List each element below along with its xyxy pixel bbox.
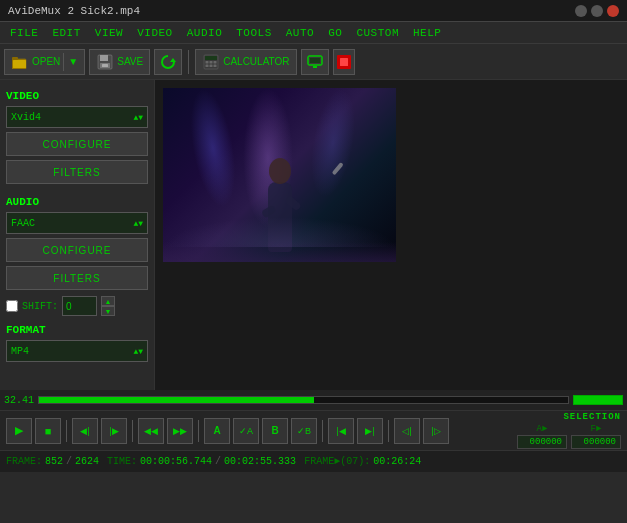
performer-head bbox=[269, 158, 291, 184]
prev-keyframe-button[interactable]: ◀| bbox=[72, 418, 98, 444]
audio-configure-button[interactable]: Configure bbox=[6, 238, 148, 262]
close-button[interactable] bbox=[607, 5, 619, 17]
toolbar-divider-1 bbox=[188, 50, 189, 74]
time-total: 00:02:55.333 bbox=[224, 456, 296, 467]
menu-file[interactable]: File bbox=[4, 25, 44, 41]
reload-icon bbox=[159, 53, 177, 71]
time-label: Time: bbox=[107, 456, 137, 467]
accept-b-icon: ✓B bbox=[297, 426, 311, 436]
mark-b-icon: B bbox=[271, 425, 278, 436]
shift-row: Shift: 0 ▲ ▼ bbox=[6, 296, 148, 316]
minimize-button[interactable] bbox=[575, 5, 587, 17]
shift-input[interactable]: 0 bbox=[62, 296, 97, 316]
audio-codec-value: FAAC bbox=[11, 218, 35, 229]
display-format-button[interactable] bbox=[301, 49, 329, 75]
selection-panel: Selection A► 000000 F► 000000 bbox=[517, 412, 621, 449]
transport-divider-4 bbox=[322, 420, 323, 442]
framep-status: Frame►(07): 00:26:24 bbox=[304, 456, 421, 467]
format-select[interactable]: MP4 ▲▼ bbox=[6, 340, 148, 362]
timeline-right-indicator bbox=[573, 395, 623, 405]
fastforward-button[interactable]: ▶▶ bbox=[167, 418, 193, 444]
next-frame-button[interactable]: |▷ bbox=[423, 418, 449, 444]
svg-rect-10 bbox=[206, 61, 209, 64]
timeline-time: 32.41 bbox=[4, 395, 34, 406]
svg-rect-19 bbox=[313, 66, 317, 68]
title-text: AviDeMux 2 Sick2.mp4 bbox=[8, 5, 140, 17]
transport-divider-3 bbox=[198, 420, 199, 442]
video-preview bbox=[163, 88, 396, 262]
stage-light-3 bbox=[304, 88, 362, 201]
go-end-icon: ▶| bbox=[365, 426, 374, 436]
menu-auto[interactable]: Auto bbox=[280, 25, 320, 41]
go-start-icon: |◀ bbox=[336, 426, 345, 436]
menu-view[interactable]: View bbox=[89, 25, 129, 41]
toolbar: Open ▼ Save bbox=[0, 44, 627, 80]
svg-rect-13 bbox=[206, 64, 209, 67]
video-filters-button[interactable]: Filters bbox=[6, 160, 148, 184]
format-arrow: ▲▼ bbox=[133, 347, 143, 356]
menu-video[interactable]: Video bbox=[131, 25, 179, 41]
window-controls bbox=[575, 5, 619, 17]
play-button[interactable]: ▶ bbox=[6, 418, 32, 444]
sel-a-value: 000000 bbox=[517, 435, 567, 449]
title-bar: AviDeMux 2 Sick2.mp4 bbox=[0, 0, 627, 22]
shift-checkbox[interactable] bbox=[6, 300, 18, 312]
next-key-icon: |▶ bbox=[109, 426, 118, 436]
play-icon: ▶ bbox=[15, 424, 23, 437]
calculator-button[interactable]: Calculator bbox=[195, 49, 296, 75]
svg-rect-11 bbox=[210, 61, 213, 64]
next-keyframe-button[interactable]: |▶ bbox=[101, 418, 127, 444]
prev-frame-button[interactable]: ◁| bbox=[394, 418, 420, 444]
open-button[interactable]: Open ▼ bbox=[4, 49, 85, 75]
seek-bar[interactable] bbox=[38, 396, 569, 404]
svg-rect-9 bbox=[205, 56, 217, 60]
video-frame bbox=[163, 88, 396, 262]
audio-codec-select[interactable]: FAAC ▲▼ bbox=[6, 212, 148, 234]
format-value: MP4 bbox=[11, 346, 29, 357]
mark-a-button[interactable]: A bbox=[204, 418, 230, 444]
menu-edit[interactable]: Edit bbox=[46, 25, 86, 41]
rewind-button[interactable]: ◀◀ bbox=[138, 418, 164, 444]
selection-values: A► 000000 F► 000000 bbox=[517, 424, 621, 449]
menu-audio[interactable]: Audio bbox=[181, 25, 229, 41]
mark-a-icon: A bbox=[213, 425, 220, 436]
status-bar: Frame: 852 / 2624 Time: 00:00:56.744 / 0… bbox=[0, 450, 627, 472]
menu-go[interactable]: Go bbox=[322, 25, 348, 41]
shift-up[interactable]: ▲ bbox=[101, 296, 115, 306]
mark-b-button[interactable]: B bbox=[262, 418, 288, 444]
rewind-icon: ◀◀ bbox=[144, 426, 158, 436]
go-start-button[interactable]: |◀ bbox=[328, 418, 354, 444]
open-dropdown-arrow[interactable]: ▼ bbox=[63, 53, 78, 71]
frame-value: 852 bbox=[45, 456, 63, 467]
save-button[interactable]: Save bbox=[89, 49, 150, 75]
transport-divider-1 bbox=[66, 420, 67, 442]
accept-b-button[interactable]: ✓B bbox=[291, 418, 317, 444]
shift-down[interactable]: ▼ bbox=[101, 306, 115, 316]
menu-help[interactable]: Help bbox=[407, 25, 447, 41]
accept-a-button[interactable]: ✓A bbox=[233, 418, 259, 444]
menu-tools[interactable]: Tools bbox=[230, 25, 278, 41]
calculator-icon bbox=[202, 53, 220, 71]
audio-codec-arrow: ▲▼ bbox=[133, 219, 143, 228]
svg-rect-2 bbox=[13, 60, 26, 68]
maximize-button[interactable] bbox=[591, 5, 603, 17]
extra-btn[interactable] bbox=[333, 49, 355, 75]
svg-marker-7 bbox=[170, 58, 176, 62]
menu-custom[interactable]: Custom bbox=[350, 25, 405, 41]
video-section-label: Video bbox=[6, 90, 148, 102]
video-codec-select[interactable]: Xvid4 ▲▼ bbox=[6, 106, 148, 128]
extra-icon bbox=[337, 53, 351, 71]
frame-total: 2624 bbox=[75, 456, 99, 467]
video-configure-button[interactable]: Configure bbox=[6, 132, 148, 156]
time-status: Time: 00:00:56.744 / 00:02:55.333 bbox=[107, 456, 296, 467]
open-label: Open bbox=[32, 56, 60, 67]
time-value: 00:00:56.744 bbox=[140, 456, 212, 467]
video-codec-value: Xvid4 bbox=[11, 112, 41, 123]
go-end-button[interactable]: ▶| bbox=[357, 418, 383, 444]
audio-filters-button[interactable]: Filters bbox=[6, 266, 148, 290]
stop-icon: ■ bbox=[45, 425, 52, 437]
timeline-area: 32.41 bbox=[0, 390, 627, 410]
prev-frame-icon: ◁| bbox=[402, 426, 411, 436]
reload-button[interactable] bbox=[154, 49, 182, 75]
stop-button[interactable]: ■ bbox=[35, 418, 61, 444]
